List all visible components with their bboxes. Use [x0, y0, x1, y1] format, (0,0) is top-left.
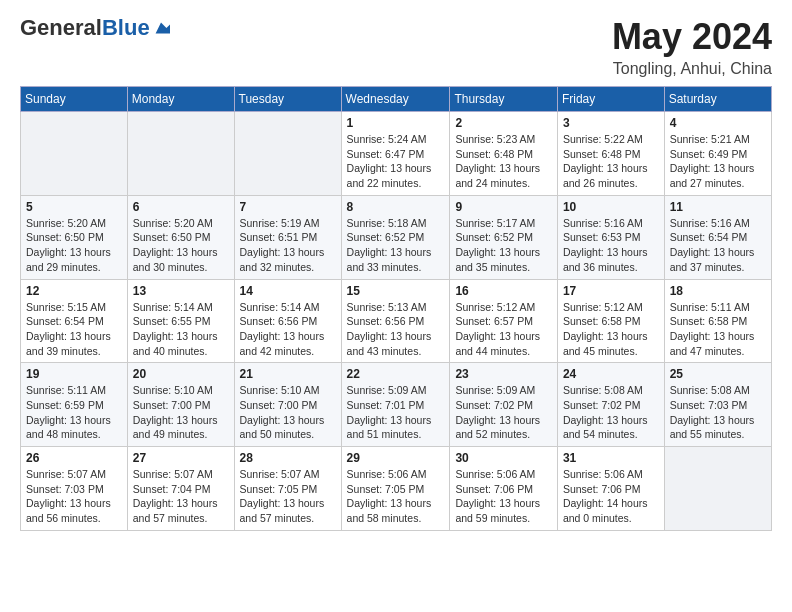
day-number: 31: [563, 451, 659, 465]
day-number: 11: [670, 200, 766, 214]
calendar-cell: 20Sunrise: 5:10 AMSunset: 7:00 PMDayligh…: [127, 363, 234, 447]
day-info: Sunrise: 5:08 AMSunset: 7:02 PMDaylight:…: [563, 383, 659, 442]
weekday-header-monday: Monday: [127, 87, 234, 112]
weekday-header-tuesday: Tuesday: [234, 87, 341, 112]
day-info: Sunrise: 5:12 AMSunset: 6:58 PMDaylight:…: [563, 300, 659, 359]
calendar-cell: [664, 447, 771, 531]
calendar-cell: 10Sunrise: 5:16 AMSunset: 6:53 PMDayligh…: [557, 195, 664, 279]
calendar-cell: 19Sunrise: 5:11 AMSunset: 6:59 PMDayligh…: [21, 363, 128, 447]
calendar-cell: [234, 112, 341, 196]
calendar-cell: 27Sunrise: 5:07 AMSunset: 7:04 PMDayligh…: [127, 447, 234, 531]
svg-marker-0: [155, 23, 169, 34]
day-info: Sunrise: 5:15 AMSunset: 6:54 PMDaylight:…: [26, 300, 122, 359]
calendar-week-3: 12Sunrise: 5:15 AMSunset: 6:54 PMDayligh…: [21, 279, 772, 363]
calendar-cell: 5Sunrise: 5:20 AMSunset: 6:50 PMDaylight…: [21, 195, 128, 279]
day-info: Sunrise: 5:08 AMSunset: 7:03 PMDaylight:…: [670, 383, 766, 442]
day-number: 22: [347, 367, 445, 381]
subtitle: Tongling, Anhui, China: [612, 60, 772, 78]
day-info: Sunrise: 5:23 AMSunset: 6:48 PMDaylight:…: [455, 132, 552, 191]
header: GeneralBlue May 2024 Tongling, Anhui, Ch…: [20, 16, 772, 78]
day-info: Sunrise: 5:10 AMSunset: 7:00 PMDaylight:…: [240, 383, 336, 442]
day-number: 24: [563, 367, 659, 381]
calendar-cell: 4Sunrise: 5:21 AMSunset: 6:49 PMDaylight…: [664, 112, 771, 196]
day-info: Sunrise: 5:06 AMSunset: 7:06 PMDaylight:…: [563, 467, 659, 526]
day-number: 19: [26, 367, 122, 381]
calendar-cell: 24Sunrise: 5:08 AMSunset: 7:02 PMDayligh…: [557, 363, 664, 447]
weekday-header-saturday: Saturday: [664, 87, 771, 112]
calendar-cell: 29Sunrise: 5:06 AMSunset: 7:05 PMDayligh…: [341, 447, 450, 531]
weekday-header-wednesday: Wednesday: [341, 87, 450, 112]
calendar-cell: 21Sunrise: 5:10 AMSunset: 7:00 PMDayligh…: [234, 363, 341, 447]
calendar-cell: [127, 112, 234, 196]
day-number: 8: [347, 200, 445, 214]
day-info: Sunrise: 5:13 AMSunset: 6:56 PMDaylight:…: [347, 300, 445, 359]
day-number: 28: [240, 451, 336, 465]
day-info: Sunrise: 5:09 AMSunset: 7:01 PMDaylight:…: [347, 383, 445, 442]
day-info: Sunrise: 5:17 AMSunset: 6:52 PMDaylight:…: [455, 216, 552, 275]
calendar-cell: 26Sunrise: 5:07 AMSunset: 7:03 PMDayligh…: [21, 447, 128, 531]
day-info: Sunrise: 5:11 AMSunset: 6:59 PMDaylight:…: [26, 383, 122, 442]
day-number: 12: [26, 284, 122, 298]
day-info: Sunrise: 5:20 AMSunset: 6:50 PMDaylight:…: [133, 216, 229, 275]
day-info: Sunrise: 5:12 AMSunset: 6:57 PMDaylight:…: [455, 300, 552, 359]
title-block: May 2024 Tongling, Anhui, China: [612, 16, 772, 78]
calendar-cell: 25Sunrise: 5:08 AMSunset: 7:03 PMDayligh…: [664, 363, 771, 447]
day-info: Sunrise: 5:20 AMSunset: 6:50 PMDaylight:…: [26, 216, 122, 275]
day-info: Sunrise: 5:06 AMSunset: 7:06 PMDaylight:…: [455, 467, 552, 526]
calendar-table: SundayMondayTuesdayWednesdayThursdayFrid…: [20, 86, 772, 531]
day-number: 20: [133, 367, 229, 381]
weekday-header-friday: Friday: [557, 87, 664, 112]
calendar-cell: 9Sunrise: 5:17 AMSunset: 6:52 PMDaylight…: [450, 195, 558, 279]
calendar-cell: 30Sunrise: 5:06 AMSunset: 7:06 PMDayligh…: [450, 447, 558, 531]
day-info: Sunrise: 5:11 AMSunset: 6:58 PMDaylight:…: [670, 300, 766, 359]
logo-text: GeneralBlue: [20, 16, 150, 40]
day-number: 27: [133, 451, 229, 465]
day-info: Sunrise: 5:21 AMSunset: 6:49 PMDaylight:…: [670, 132, 766, 191]
day-number: 15: [347, 284, 445, 298]
day-number: 17: [563, 284, 659, 298]
calendar-cell: 28Sunrise: 5:07 AMSunset: 7:05 PMDayligh…: [234, 447, 341, 531]
day-number: 4: [670, 116, 766, 130]
day-info: Sunrise: 5:07 AMSunset: 7:03 PMDaylight:…: [26, 467, 122, 526]
calendar-cell: 22Sunrise: 5:09 AMSunset: 7:01 PMDayligh…: [341, 363, 450, 447]
calendar-week-1: 1Sunrise: 5:24 AMSunset: 6:47 PMDaylight…: [21, 112, 772, 196]
day-number: 16: [455, 284, 552, 298]
calendar-cell: 1Sunrise: 5:24 AMSunset: 6:47 PMDaylight…: [341, 112, 450, 196]
day-info: Sunrise: 5:10 AMSunset: 7:00 PMDaylight:…: [133, 383, 229, 442]
day-info: Sunrise: 5:19 AMSunset: 6:51 PMDaylight:…: [240, 216, 336, 275]
logo: GeneralBlue: [20, 16, 170, 40]
day-info: Sunrise: 5:09 AMSunset: 7:02 PMDaylight:…: [455, 383, 552, 442]
day-number: 13: [133, 284, 229, 298]
calendar-cell: 16Sunrise: 5:12 AMSunset: 6:57 PMDayligh…: [450, 279, 558, 363]
calendar-cell: 7Sunrise: 5:19 AMSunset: 6:51 PMDaylight…: [234, 195, 341, 279]
day-number: 3: [563, 116, 659, 130]
calendar-cell: 31Sunrise: 5:06 AMSunset: 7:06 PMDayligh…: [557, 447, 664, 531]
calendar-cell: 11Sunrise: 5:16 AMSunset: 6:54 PMDayligh…: [664, 195, 771, 279]
calendar-header-row: SundayMondayTuesdayWednesdayThursdayFrid…: [21, 87, 772, 112]
weekday-header-thursday: Thursday: [450, 87, 558, 112]
calendar-cell: 12Sunrise: 5:15 AMSunset: 6:54 PMDayligh…: [21, 279, 128, 363]
day-info: Sunrise: 5:24 AMSunset: 6:47 PMDaylight:…: [347, 132, 445, 191]
logo-icon: [152, 19, 170, 37]
day-info: Sunrise: 5:16 AMSunset: 6:54 PMDaylight:…: [670, 216, 766, 275]
day-number: 9: [455, 200, 552, 214]
calendar-week-5: 26Sunrise: 5:07 AMSunset: 7:03 PMDayligh…: [21, 447, 772, 531]
day-number: 5: [26, 200, 122, 214]
day-number: 18: [670, 284, 766, 298]
calendar-cell: 23Sunrise: 5:09 AMSunset: 7:02 PMDayligh…: [450, 363, 558, 447]
calendar-cell: 13Sunrise: 5:14 AMSunset: 6:55 PMDayligh…: [127, 279, 234, 363]
calendar-cell: 8Sunrise: 5:18 AMSunset: 6:52 PMDaylight…: [341, 195, 450, 279]
calendar-week-2: 5Sunrise: 5:20 AMSunset: 6:50 PMDaylight…: [21, 195, 772, 279]
day-number: 29: [347, 451, 445, 465]
day-number: 10: [563, 200, 659, 214]
day-info: Sunrise: 5:07 AMSunset: 7:04 PMDaylight:…: [133, 467, 229, 526]
day-number: 30: [455, 451, 552, 465]
page: GeneralBlue May 2024 Tongling, Anhui, Ch…: [0, 0, 792, 547]
day-number: 6: [133, 200, 229, 214]
day-info: Sunrise: 5:14 AMSunset: 6:56 PMDaylight:…: [240, 300, 336, 359]
day-info: Sunrise: 5:14 AMSunset: 6:55 PMDaylight:…: [133, 300, 229, 359]
day-number: 1: [347, 116, 445, 130]
day-info: Sunrise: 5:22 AMSunset: 6:48 PMDaylight:…: [563, 132, 659, 191]
calendar-cell: [21, 112, 128, 196]
day-number: 14: [240, 284, 336, 298]
